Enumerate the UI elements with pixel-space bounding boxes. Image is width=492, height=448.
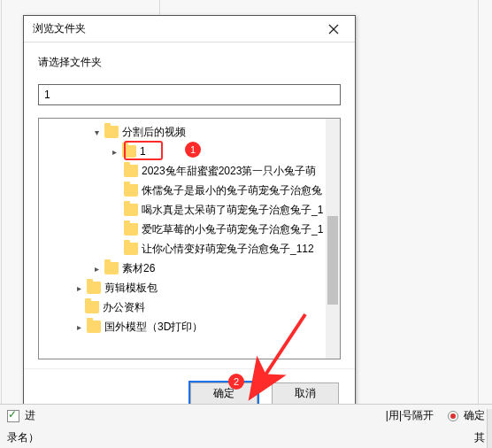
folder-icon xyxy=(124,165,138,177)
tree-node[interactable]: ▸ 剪辑模板包 xyxy=(41,278,338,297)
separator-label: |用|号隔开 xyxy=(386,408,434,423)
dialog-title: 浏览文件夹 xyxy=(33,21,86,36)
tree-label: 爱吃草莓的小兔子萌宠兔子治愈兔子_1 xyxy=(142,222,323,237)
folder-icon xyxy=(124,223,138,236)
folder-name-input[interactable] xyxy=(38,84,341,105)
checkbox[interactable] xyxy=(7,410,19,422)
folder-icon xyxy=(87,321,101,333)
expander-down-icon[interactable]: ▾ xyxy=(90,126,103,138)
radio-label: 确定 xyxy=(464,408,485,423)
checkbox-label: 进 xyxy=(25,408,35,423)
close-button[interactable] xyxy=(318,19,350,40)
dialog-prompt: 请选择文件夹 xyxy=(38,55,341,70)
close-icon xyxy=(328,24,339,35)
folder-icon xyxy=(87,282,101,294)
background-toolbar: 进 |用|号隔开 确定 录名） 其 xyxy=(0,404,492,448)
tree-label: 国外模型（3D打印） xyxy=(104,320,203,335)
folder-icon xyxy=(122,145,136,158)
tree-label: 办公资料 xyxy=(103,300,145,315)
tree-node[interactable]: ▸ 素材26 xyxy=(41,259,338,278)
partial-label-right: 其 xyxy=(474,430,485,445)
folder-icon xyxy=(124,184,138,197)
browse-folder-dialog: 浏览文件夹 请选择文件夹 ▾ 分割后的视频 ▸ 1 2023兔年甜 xyxy=(23,15,356,419)
cancel-button[interactable]: 取消 xyxy=(272,382,339,406)
partial-label: 录名） xyxy=(7,430,39,445)
dialog-titlebar: 浏览文件夹 xyxy=(24,16,355,42)
tree-node[interactable]: 侏儒兔子是最小的兔子萌宠兔子治愈兔 xyxy=(41,181,338,200)
folder-icon xyxy=(124,204,138,216)
button-label: 确定 xyxy=(213,386,234,401)
tree-label: 1 xyxy=(140,145,146,158)
tree-node[interactable]: ▸ 国外模型（3D打印） xyxy=(41,317,338,336)
tree-label: 侏儒兔子是最小的兔子萌宠兔子治愈兔 xyxy=(142,183,322,198)
tree-scrollbar[interactable] xyxy=(326,119,340,359)
radio[interactable] xyxy=(448,411,458,421)
tree-label: 剪辑模板包 xyxy=(104,281,158,296)
expander-right-icon[interactable]: ▸ xyxy=(108,145,120,158)
tree-node-root[interactable]: ▾ 分割后的视频 xyxy=(41,122,338,142)
tree-node[interactable]: 喝水真是太呆萌了萌宠兔子治愈兔子_1 xyxy=(41,200,338,220)
folder-icon xyxy=(104,262,119,274)
tree-label: 让你心情变好萌宠兔子治愈兔子_112 xyxy=(142,242,314,257)
tree-label: 分割后的视频 xyxy=(122,125,186,140)
expander-right-icon[interactable]: ▸ xyxy=(73,282,85,294)
folder-icon xyxy=(85,301,99,313)
tree-node[interactable]: 办公资料 xyxy=(41,297,338,317)
folder-icon xyxy=(104,126,119,138)
tree-label: 喝水真是太呆萌了萌宠兔子治愈兔子_1 xyxy=(142,203,323,218)
scrollbar-thumb[interactable] xyxy=(327,216,338,305)
button-label: 取消 xyxy=(295,386,316,401)
expander-right-icon[interactable]: ▸ xyxy=(73,321,85,333)
ok-button[interactable]: 确定 xyxy=(190,382,258,406)
expander-right-icon[interactable]: ▸ xyxy=(90,262,103,274)
tree-node[interactable]: 让你心情变好萌宠兔子治愈兔子_112 xyxy=(41,239,338,259)
tree-node[interactable]: ▸ 1 xyxy=(41,142,338,161)
folder-icon xyxy=(124,243,138,255)
tree-label: 2023兔年甜蜜蜜2023第一只小兔子萌 xyxy=(142,164,316,179)
folder-tree[interactable]: ▾ 分割后的视频 ▸ 1 2023兔年甜蜜蜜2023第一只小兔子萌 侏儒兔子是最… xyxy=(38,118,341,359)
tree-label: 素材26 xyxy=(122,261,155,276)
tree-node[interactable]: 2023兔年甜蜜蜜2023第一只小兔子萌 xyxy=(41,161,338,181)
tree-node[interactable]: 爱吃草莓的小兔子萌宠兔子治愈兔子_1 xyxy=(41,220,338,239)
